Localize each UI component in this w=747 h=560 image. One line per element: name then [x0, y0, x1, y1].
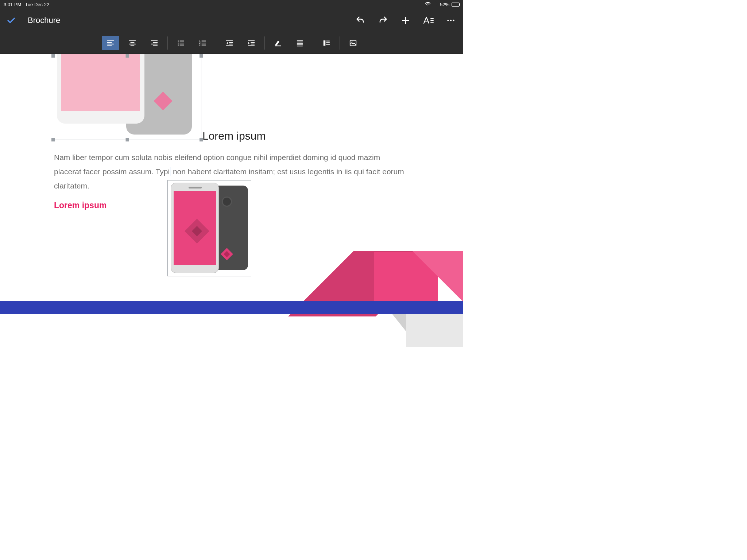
text-format-button[interactable]: [422, 15, 434, 26]
phone-front-icon: [171, 183, 219, 273]
insert-button[interactable]: [400, 15, 411, 26]
subheading-text[interactable]: Lorem ipsum: [54, 201, 107, 210]
more-button[interactable]: [445, 15, 457, 26]
bullet-list-button[interactable]: [172, 36, 190, 50]
highlight-color-button[interactable]: [269, 36, 287, 50]
resize-handle[interactable]: [200, 54, 203, 58]
resize-handle[interactable]: [125, 54, 129, 58]
selected-image[interactable]: [53, 54, 201, 140]
toolbar-separator: [313, 36, 313, 50]
done-button[interactable]: [5, 15, 17, 26]
toolbar-separator: [216, 36, 216, 50]
redo-button[interactable]: [377, 15, 389, 26]
svg-text:3: 3: [199, 43, 200, 46]
footer-bar: [0, 301, 463, 314]
svg-point-5: [178, 44, 179, 46]
battery-icon: [452, 3, 460, 7]
svg-point-4: [178, 42, 179, 43]
document-title[interactable]: Brochure: [28, 16, 60, 25]
toolbar-separator: [264, 36, 265, 50]
status-time: 3:01 PM: [4, 2, 21, 7]
document-canvas[interactable]: Lorem ipsum Nam liber tempor cum soluta …: [0, 54, 463, 347]
resize-handle[interactable]: [51, 138, 55, 141]
svg-point-1: [450, 20, 452, 21]
toolbar-separator: [167, 36, 168, 50]
heading-text[interactable]: Lorem ipsum: [202, 130, 266, 142]
wifi-icon: [425, 2, 431, 7]
insert-image-button[interactable]: [344, 36, 362, 50]
align-left-button[interactable]: [102, 36, 119, 50]
moon-icon: [433, 1, 438, 7]
app-header: Brochure: [0, 9, 463, 32]
status-date: Tue Dec 22: [25, 2, 49, 7]
align-right-button[interactable]: [146, 36, 163, 50]
format-toolbar: 123: [0, 32, 463, 54]
dragging-image[interactable]: [167, 180, 251, 276]
svg-rect-10: [323, 40, 325, 46]
status-bar: 3:01 PM Tue Dec 22 52%: [0, 0, 463, 9]
toolbar-separator: [340, 36, 340, 50]
phone-camera-icon: [222, 197, 232, 207]
align-center-button[interactable]: [124, 36, 141, 50]
svg-point-0: [447, 20, 449, 21]
resize-handle[interactable]: [125, 138, 129, 141]
decrease-indent-button[interactable]: [221, 36, 238, 50]
svg-point-2: [453, 20, 454, 21]
footer-decor-shadow: [390, 316, 463, 347]
text-cursor: [170, 167, 170, 176]
battery-pct: 52%: [440, 2, 449, 7]
resize-handle[interactable]: [51, 54, 55, 58]
svg-rect-9: [275, 45, 281, 46]
numbered-list-button[interactable]: 123: [194, 36, 212, 50]
svg-point-3: [178, 40, 179, 42]
increase-indent-button[interactable]: [243, 36, 260, 50]
undo-button[interactable]: [355, 15, 366, 26]
image-content-faded: [53, 54, 201, 140]
text-direction-button[interactable]: [318, 36, 335, 50]
line-spacing-button[interactable]: [291, 36, 309, 50]
svg-point-12: [351, 41, 352, 42]
